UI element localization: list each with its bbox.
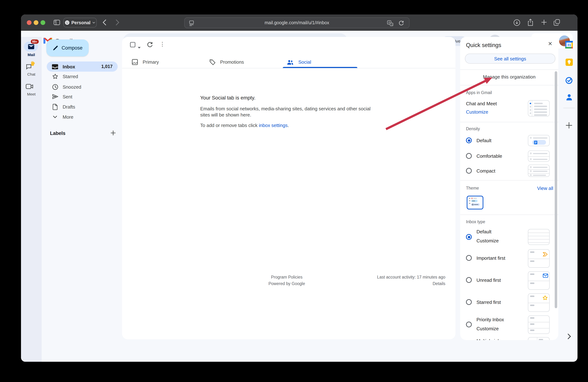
density-option-label: Default xyxy=(477,138,491,143)
waving-hand-emoji xyxy=(30,61,36,67)
compose-pencil-icon xyxy=(52,45,58,51)
promotions-tag-icon xyxy=(209,59,215,65)
cta-suffix: . xyxy=(288,123,289,128)
radio-icon[interactable] xyxy=(466,322,472,327)
sidebar-item-label: More xyxy=(63,114,73,119)
see-all-settings-button[interactable]: See all settings xyxy=(465,54,555,64)
sidebar-item-sent[interactable]: Sent xyxy=(47,92,118,102)
inbox-settings-link[interactable]: inbox settings xyxy=(259,123,288,128)
get-add-ons-icon[interactable] xyxy=(561,122,578,129)
reader-view-icon[interactable] xyxy=(189,20,194,27)
send-icon xyxy=(51,94,59,99)
browser-titlebar: Personal mail.google.com/mail/u/1/#inbox… xyxy=(21,15,578,31)
browser-window: Personal mail.google.com/mail/u/1/#inbox… xyxy=(21,15,578,362)
details-link[interactable]: Details xyxy=(377,280,445,287)
minimize-window-button[interactable] xyxy=(34,20,38,25)
inbox-unread-thumbnail xyxy=(528,271,550,290)
sidebar-item-more[interactable]: More xyxy=(47,112,118,122)
compose-label: Compose xyxy=(62,45,83,51)
address-bar[interactable]: mail.google.com/mail/u/1/#inbox A文 xyxy=(184,17,410,28)
panel-title: Quick settings xyxy=(466,42,501,48)
radio-icon[interactable] xyxy=(466,277,472,283)
compose-button[interactable]: Compose xyxy=(46,39,89,57)
forward-button[interactable] xyxy=(116,19,120,27)
priority-customize-link[interactable]: Customize xyxy=(477,326,499,331)
tasks-icon[interactable] xyxy=(561,77,578,84)
meet-camera-icon xyxy=(26,84,33,89)
select-dropdown-caret[interactable] xyxy=(138,44,141,50)
maximize-window-button[interactable] xyxy=(41,20,45,25)
envelope-icon xyxy=(543,273,548,278)
sidebar-item-label: Snoozed xyxy=(63,84,81,90)
close-icon[interactable]: × xyxy=(548,40,552,48)
share-icon[interactable] xyxy=(527,19,534,28)
rail-item-meet[interactable] xyxy=(21,84,38,89)
sidebar-item-drafts[interactable]: Drafts xyxy=(47,102,118,112)
radio-icon[interactable] xyxy=(466,153,472,159)
manage-organization-link[interactable]: Manage this organization xyxy=(460,74,558,79)
back-button[interactable] xyxy=(103,19,106,27)
sidebar-toggle-icon[interactable] xyxy=(54,19,60,27)
tab-primary[interactable]: Primary xyxy=(128,56,202,68)
translate-icon[interactable]: A文 xyxy=(387,20,393,27)
inbox-icon xyxy=(51,64,59,69)
divider xyxy=(460,214,558,215)
reload-icon[interactable] xyxy=(398,20,404,27)
url-text: mail.google.com/mail/u/1/#inbox xyxy=(265,20,329,25)
more-options-icon[interactable]: ⋮ xyxy=(160,41,165,47)
sidebar-item-starred[interactable]: Starred xyxy=(47,71,118,81)
tab-social-active[interactable]: Social xyxy=(283,56,357,68)
app-rail: 99+ Mail Chat Meet xyxy=(21,37,42,362)
svg-text:文: 文 xyxy=(391,23,393,26)
rail-label-meet: Meet xyxy=(21,92,42,96)
keep-icon[interactable] xyxy=(561,58,578,66)
apps-customize-link[interactable]: Customize xyxy=(466,109,488,115)
rail-item-chat[interactable] xyxy=(21,64,38,70)
refresh-icon[interactable] xyxy=(147,41,153,49)
contacts-icon[interactable] xyxy=(561,94,578,101)
radio-icon[interactable] xyxy=(466,168,472,174)
sidebar-item-snoozed[interactable]: Snoozed xyxy=(47,82,118,92)
see-all-settings-label: See all settings xyxy=(494,56,526,61)
mail-list-panel: ⋮ Primary Promotions Social Your Social … xyxy=(122,37,456,339)
inbox-multiple-thumbnail xyxy=(528,337,550,340)
downloads-icon[interactable] xyxy=(513,19,520,27)
theme-view-all-link[interactable]: View all xyxy=(537,186,553,191)
inbox-type-label: Default xyxy=(477,229,491,234)
empty-state-title: Your Social tab is empty. xyxy=(200,95,255,101)
tab-overview-icon[interactable] xyxy=(553,19,561,27)
divider xyxy=(460,180,558,180)
chat-and-meet-label: Chat and Meet xyxy=(466,101,497,106)
divider xyxy=(460,69,558,70)
tab-label: Promotions xyxy=(220,59,244,65)
select-all-checkbox[interactable] xyxy=(130,42,135,49)
radio-selected-icon[interactable] xyxy=(466,137,472,143)
theme-thumbnail-selected[interactable] xyxy=(467,196,483,210)
calendar-icon[interactable]: 31 xyxy=(561,41,578,48)
radio-icon[interactable] xyxy=(466,299,472,305)
hide-side-panel-icon[interactable] xyxy=(561,334,578,339)
inbox-count: 1,017 xyxy=(101,64,113,69)
program-policies-link[interactable]: Program Policies xyxy=(260,274,314,280)
social-people-icon xyxy=(287,59,294,65)
tab-promotions[interactable]: Promotions xyxy=(205,56,280,68)
close-window-button[interactable] xyxy=(27,20,32,25)
radio-icon[interactable] xyxy=(466,255,472,261)
inbox-type-label: Important first xyxy=(477,255,505,261)
density-compact-thumbnail xyxy=(528,165,550,177)
radio-selected-icon[interactable] xyxy=(466,234,472,240)
inbox-type-section-label: Inbox type xyxy=(466,220,485,224)
tab-label: Social xyxy=(298,59,311,65)
inbox-starred-thumbnail xyxy=(528,293,550,312)
density-option-label: Comfortable xyxy=(477,153,502,159)
new-tab-icon[interactable] xyxy=(541,19,547,27)
panel-scrollbar[interactable] xyxy=(555,71,557,308)
labels-header: Labels xyxy=(50,131,65,136)
add-label-button[interactable] xyxy=(110,130,116,137)
draft-file-icon xyxy=(51,104,59,110)
inbox-default-customize-link[interactable]: Customize xyxy=(477,238,499,244)
density-option-label: Compact xyxy=(477,168,495,174)
profile-chip[interactable]: Personal xyxy=(63,18,97,27)
tab-divider xyxy=(122,68,456,68)
sidebar-item-inbox[interactable]: Inbox 1,017 xyxy=(47,61,118,72)
